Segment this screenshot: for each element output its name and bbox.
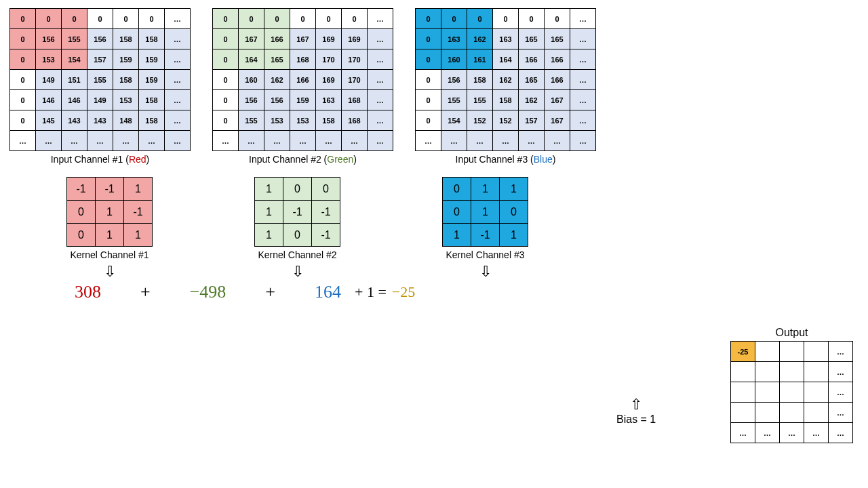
down-arrow-icon: ⇩ [292,263,304,281]
input-blue-caption: Input Channel #3 (Blue) [456,154,556,165]
kernel-red: -1-11 01-1 011 Kernel Channel #1 ⇩ [66,177,153,281]
kernel-blue-caption: Kernel Channel #3 [446,249,525,260]
input-channel-red: 000000… 0156155156158158… 01531541571591… [9,8,191,165]
input-grid-green: 000000… 0167166167169169… 01641651681701… [212,8,393,151]
sum-red: 308 [75,282,101,302]
input-red-caption: Input Channel #1 (Red) [51,154,150,165]
input-grid-red: 000000… 0156155156158158… 01531541571591… [9,8,191,151]
input-grid-blue: 000000… 0163162163165165… 01601611641661… [415,8,596,151]
kernels-row: -1-11 01-1 011 Kernel Channel #1 ⇩ 100 1… [9,177,860,281]
kernel-blue: 011 010 1-11 Kernel Channel #3 ⇩ [442,177,528,281]
plus-bias: + 1 = [341,283,392,301]
sum-blue: 164 [315,282,341,302]
equation-row: 308 + −498 + 164 + 1 = −25 [9,282,860,302]
plus-sign: + [101,282,190,302]
kernel-grid-red: -1-11 01-1 011 [66,177,153,247]
kernel-red-caption: Kernel Channel #1 [71,249,149,260]
kernel-grid-green: 100 1-1-1 10-1 [254,177,340,247]
sum-green: −498 [190,282,226,302]
result: −25 [392,283,415,301]
input-channel-green: 000000… 0167166167169169… 01641651681701… [212,8,393,165]
input-channels-row: 000000… 0156155156158158… 01531541571591… [9,8,860,165]
input-green-caption: Input Channel #2 (Green) [249,154,357,165]
input-channel-blue: 000000… 0163162163165165… 01601611641661… [415,8,596,165]
down-arrow-icon: ⇩ [479,263,492,281]
kernel-grid-blue: 011 010 1-11 [442,177,528,247]
kernel-green-caption: Kernel Channel #2 [258,249,337,260]
down-arrow-icon: ⇩ [104,263,116,281]
plus-sign: + [226,282,315,302]
kernel-green: 100 1-1-1 10-1 Kernel Channel #2 ⇩ [254,177,340,281]
